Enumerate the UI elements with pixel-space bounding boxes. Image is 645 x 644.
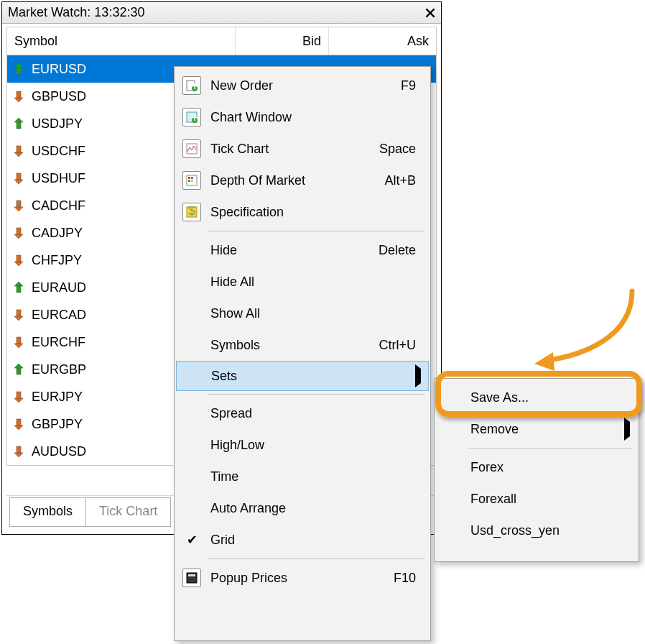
menu-label: Hide <box>208 243 379 258</box>
svg-rect-20 <box>17 310 21 316</box>
menu-item[interactable]: Sets <box>176 361 429 391</box>
menu-item[interactable]: + New Order F9 <box>176 70 429 101</box>
svg-marker-15 <box>14 234 23 239</box>
menu-label: Chart Window <box>208 110 429 125</box>
menu-item[interactable]: Remove <box>436 413 637 445</box>
menu-label: Auto Arrange <box>208 501 429 516</box>
menu-item[interactable]: Time <box>176 461 429 492</box>
direction-down-icon <box>11 226 26 240</box>
svg-marker-7 <box>14 118 23 122</box>
menu-item[interactable]: Spread <box>176 397 429 429</box>
menu-item[interactable]: Forexall <box>436 483 637 515</box>
menu-label: Specification <box>208 205 429 220</box>
svg-marker-29 <box>14 426 23 430</box>
menu-label: Forexall <box>468 492 637 507</box>
symbol-label: USDCHF <box>32 144 85 159</box>
svg-rect-22 <box>17 337 21 344</box>
symbol-label: CHFJPY <box>32 253 82 268</box>
menu-label: Hide All <box>208 275 429 290</box>
menu-item[interactable]: $ Specification <box>176 196 429 228</box>
svg-rect-10 <box>17 173 21 180</box>
tab-tick-chart[interactable]: Tick Chart <box>86 497 171 527</box>
direction-up-icon <box>11 362 26 377</box>
svg-text:+: + <box>191 80 198 91</box>
menu-item[interactable]: Usd_cross_yen <box>436 515 637 546</box>
menu-label: Save As... <box>468 390 637 405</box>
menu-item[interactable]: Forex <box>436 451 637 483</box>
svg-marker-23 <box>14 344 23 348</box>
symbol-label: EURAUD <box>32 280 86 295</box>
close-icon[interactable] <box>424 6 437 19</box>
symbol-label: GBPUSD <box>32 89 86 104</box>
menu-item[interactable]: Hide Delete <box>176 234 429 266</box>
symbol-label: CADCHF <box>32 198 85 213</box>
direction-down-icon <box>11 144 26 158</box>
svg-rect-8 <box>17 146 21 152</box>
popup-icon <box>182 569 201 587</box>
chart-window-icon: + <box>182 108 201 126</box>
menu-shortcut: Delete <box>379 243 429 258</box>
symbol-label: GBPJPY <box>32 417 83 432</box>
direction-down-icon <box>11 253 26 267</box>
column-headers: Symbol Bid Ask <box>6 27 437 55</box>
menu-item[interactable]: Popup Prices F10 <box>176 562 429 594</box>
svg-marker-27 <box>14 398 23 402</box>
menu-label: Tick Chart <box>208 142 379 157</box>
menu-shortcut: F9 <box>401 78 429 93</box>
header-bid[interactable]: Bid <box>235 27 328 55</box>
direction-down-icon <box>11 444 26 459</box>
symbol-label: EURCHF <box>32 335 85 350</box>
header-symbol[interactable]: Symbol <box>7 27 235 55</box>
menu-label: Forex <box>468 460 637 475</box>
menu-item[interactable]: Tick Chart Space <box>176 133 429 165</box>
menu-item[interactable]: Auto Arrange <box>176 492 429 524</box>
svg-marker-11 <box>14 180 23 184</box>
menu-item[interactable]: Hide All <box>176 266 429 298</box>
menu-item[interactable]: ✔ Grid <box>176 524 429 556</box>
direction-down-icon <box>11 390 26 404</box>
menu-shortcut: Ctrl+U <box>379 338 429 353</box>
svg-text:+: + <box>191 111 198 123</box>
check-icon: ✔ <box>187 532 198 548</box>
header-ask[interactable]: Ask <box>328 27 436 55</box>
direction-down-icon <box>11 171 26 185</box>
direction-up-icon <box>11 62 26 76</box>
svg-rect-28 <box>17 419 21 426</box>
svg-rect-14 <box>17 228 21 234</box>
menu-item[interactable]: Depth Of Market Alt+B <box>176 165 429 196</box>
menu-item[interactable]: + Chart Window <box>176 101 429 133</box>
svg-marker-48 <box>534 352 554 371</box>
tab-symbols[interactable]: Symbols <box>9 497 86 527</box>
direction-down-icon <box>11 308 26 322</box>
annotation-arrow-icon <box>524 288 639 374</box>
symbol-label: USDHUF <box>32 171 85 186</box>
direction-down-icon <box>11 198 26 213</box>
symbol-label: AUDUSD <box>32 444 86 459</box>
menu-separator <box>208 231 424 231</box>
new-order-icon: + <box>182 76 201 95</box>
menu-item[interactable]: Save As... <box>436 382 637 413</box>
symbol-label: EURCAD <box>32 308 86 323</box>
svg-marker-19 <box>14 282 23 286</box>
svg-rect-6 <box>17 122 21 129</box>
direction-down-icon <box>11 417 26 431</box>
svg-rect-42 <box>191 177 193 179</box>
symbol-label: EURGBP <box>32 362 86 377</box>
tick-chart-icon <box>182 139 201 158</box>
direction-down-icon <box>11 335 26 349</box>
direction-up-icon <box>11 116 26 131</box>
svg-rect-47 <box>188 574 195 576</box>
menu-separator <box>208 394 424 395</box>
menu-label: Remove <box>468 422 624 437</box>
menu-label: Symbols <box>208 338 379 353</box>
menu-item[interactable]: High/Low <box>176 429 429 461</box>
menu-item[interactable]: Symbols Ctrl+U <box>176 329 429 361</box>
direction-down-icon <box>11 89 26 104</box>
menu-label: Depth Of Market <box>208 173 384 188</box>
svg-marker-3 <box>14 63 23 68</box>
sets-submenu: Save As... Remove Forex Forexall Usd_cro… <box>434 378 639 562</box>
menu-label: Time <box>208 469 429 484</box>
svg-rect-30 <box>17 446 21 453</box>
svg-rect-43 <box>191 180 193 182</box>
menu-item[interactable]: Show All <box>176 298 429 329</box>
